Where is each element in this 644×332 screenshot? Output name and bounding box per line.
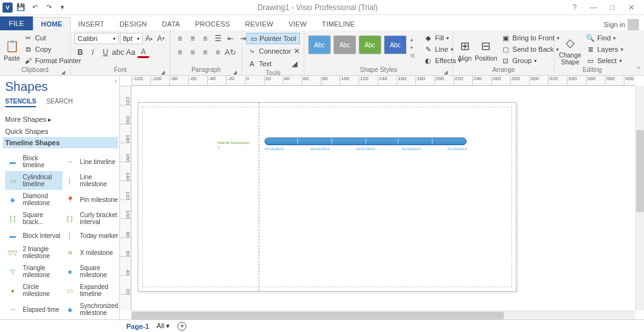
vertical-scrollbar[interactable] bbox=[635, 86, 644, 311]
align-left-icon[interactable]: ≡ bbox=[174, 47, 186, 58]
connector-tool-button[interactable]: ⤷Connector bbox=[246, 46, 292, 56]
sign-in-link[interactable]: Sign in bbox=[604, 21, 625, 28]
shape-item[interactable]: ▬Block interval bbox=[5, 228, 63, 243]
tab-design[interactable]: DESIGN bbox=[112, 18, 154, 30]
align-right-icon[interactable]: ≡ bbox=[200, 47, 211, 58]
cylindrical-timeline-shape[interactable] bbox=[265, 138, 467, 145]
shape-item[interactable]: 📍Pin milestone bbox=[63, 190, 120, 209]
bold-button[interactable]: B bbox=[75, 47, 86, 58]
styles-launcher[interactable]: ◢ bbox=[444, 69, 448, 75]
drawing-canvas[interactable]: 01/16/201301/16/201301/27/201301/16/2013… bbox=[131, 86, 635, 311]
align-top-icon[interactable]: ≡ bbox=[174, 33, 186, 44]
grow-font-icon[interactable]: A▴ bbox=[144, 33, 155, 44]
shape-item[interactable]: ▭Cylindrical timeline bbox=[5, 171, 63, 190]
tab-process[interactable]: PROCESS bbox=[188, 18, 237, 30]
shape-category[interactable]: Quick Shapes bbox=[5, 126, 116, 137]
change-shape-button[interactable]: ◇Change Shape bbox=[558, 32, 582, 66]
shape-item[interactable]: ▽▽2 triangle milestone bbox=[5, 243, 63, 262]
style-swatch-1[interactable]: Abc bbox=[333, 35, 356, 54]
shape-item[interactable]: ◆Synchronized milestone bbox=[63, 300, 120, 319]
shape-item[interactable]: ▽Triangle milestone bbox=[5, 262, 63, 281]
shape-item[interactable]: ▬Block timeline bbox=[5, 152, 63, 171]
collapse-ribbon-icon[interactable]: ⌃ bbox=[636, 66, 641, 74]
italic-button[interactable]: I bbox=[87, 47, 98, 58]
tools-launcher-icon[interactable]: ◢ bbox=[289, 58, 300, 69]
find-button[interactable]: 🔍Find▾ bbox=[585, 33, 624, 43]
minimize-icon[interactable]: — bbox=[586, 3, 601, 12]
page-tab[interactable]: Page-1 bbox=[126, 323, 149, 330]
paste-button[interactable]: 📋 Paste bbox=[4, 32, 20, 66]
shape-item[interactable]: ─Line timeline bbox=[63, 152, 120, 171]
font-color-button[interactable]: A bbox=[138, 47, 149, 58]
redo-icon[interactable]: ↷ bbox=[43, 2, 54, 13]
case-button[interactable]: Aa bbox=[125, 47, 136, 58]
shape-item[interactable]: ─Elapsed time bbox=[5, 300, 63, 319]
send-back-button[interactable]: ▢Send to Back▾ bbox=[500, 44, 561, 54]
shape-item[interactable]: { }Curly bracket interval bbox=[63, 209, 120, 228]
font-launcher[interactable]: ◢ bbox=[161, 69, 165, 75]
tab-data[interactable]: DATA bbox=[155, 18, 188, 30]
style-swatch-2[interactable]: Abc bbox=[359, 35, 381, 54]
shape-item[interactable]: ▭Expanded timeline bbox=[63, 281, 120, 300]
layers-button[interactable]: ≣Layers▾ bbox=[585, 44, 624, 54]
hscroll-thumb[interactable] bbox=[131, 312, 504, 319]
shape-item[interactable]: │Line milestone bbox=[63, 171, 120, 190]
shape-item[interactable]: ✕X milestone bbox=[63, 243, 120, 262]
shape-item[interactable]: │Today marker bbox=[63, 228, 120, 243]
stencils-tab[interactable]: STENCILS bbox=[5, 98, 36, 107]
search-tab[interactable]: SEARCH bbox=[46, 98, 73, 107]
align-mid-icon[interactable]: ≡ bbox=[187, 33, 198, 44]
shrink-font-icon[interactable]: A▾ bbox=[155, 33, 166, 44]
shape-item[interactable]: ■Square milestone bbox=[63, 262, 120, 281]
shape-item[interactable]: ◆Diamond milestone bbox=[5, 190, 63, 209]
add-page-button[interactable]: + bbox=[177, 322, 186, 331]
pointer-tool-button[interactable]: ▭Pointer Tool bbox=[246, 33, 300, 44]
indent-dec-icon[interactable]: ⇤ bbox=[225, 33, 236, 44]
shape-item[interactable]: ●Circle milestone bbox=[5, 281, 63, 300]
save-icon[interactable]: 💾 bbox=[15, 2, 27, 13]
horizontal-scrollbar[interactable] bbox=[131, 311, 635, 319]
align-center-icon[interactable]: ≡ bbox=[187, 47, 198, 58]
text-tool-button[interactable]: AText bbox=[246, 59, 273, 69]
shape-item[interactable]: ↯Dynamic Connector bbox=[63, 319, 120, 319]
tab-timeline[interactable]: TIMELINE bbox=[314, 18, 362, 30]
style-swatch-3[interactable]: Abc bbox=[384, 35, 407, 54]
style-swatch-0[interactable]: Abc bbox=[308, 35, 331, 54]
position-button[interactable]: ⊟Position bbox=[475, 32, 498, 66]
avatar[interactable] bbox=[628, 19, 639, 30]
tab-review[interactable]: REVIEW bbox=[237, 18, 281, 30]
font-family-select[interactable]: Calibri▾ bbox=[75, 33, 119, 44]
x-tool-icon[interactable]: ✕ bbox=[294, 45, 300, 57]
qat-dropdown[interactable]: ▾ bbox=[57, 2, 68, 13]
shape-item[interactable]: [ ]Square brack... bbox=[5, 209, 63, 228]
justify-icon[interactable]: ≡ bbox=[212, 47, 224, 58]
font-size-select[interactable]: 8pt▾ bbox=[120, 33, 143, 44]
align-button[interactable]: ⊞Align bbox=[457, 32, 472, 66]
bullets-icon[interactable]: ☰ bbox=[212, 33, 224, 44]
select-button[interactable]: ▭Select▾ bbox=[585, 56, 624, 66]
style-gallery-nav[interactable]: ⊟ bbox=[410, 53, 415, 59]
shape-item[interactable]: ─Synchronized interval bbox=[5, 319, 63, 319]
maximize-icon[interactable]: □ bbox=[605, 3, 620, 12]
align-bot-icon[interactable]: ≡ bbox=[200, 33, 211, 44]
clipboard-launcher[interactable]: ◢ bbox=[61, 69, 65, 75]
close-icon[interactable]: ✕ bbox=[624, 3, 639, 12]
underline-button[interactable]: U bbox=[100, 47, 111, 58]
rotate-text-icon[interactable]: A↻ bbox=[225, 47, 236, 58]
help-icon[interactable]: ? bbox=[567, 3, 582, 12]
undo-icon[interactable]: ↶ bbox=[29, 2, 40, 13]
style-gallery-nav[interactable]: ▴ bbox=[410, 37, 415, 42]
tab-insert[interactable]: INSERT bbox=[71, 18, 112, 30]
all-pages-button[interactable]: All ▾ bbox=[157, 322, 170, 330]
style-gallery-nav[interactable]: ▾ bbox=[410, 45, 415, 50]
collapse-panel-icon[interactable]: ‹ bbox=[115, 77, 120, 85]
vscroll-thumb[interactable] bbox=[636, 130, 644, 212]
strike-button[interactable]: abc bbox=[112, 47, 124, 58]
bring-front-button[interactable]: ▣Bring to Front▾ bbox=[500, 33, 561, 43]
vertical-guide[interactable] bbox=[258, 103, 259, 291]
paragraph-launcher[interactable]: ◢ bbox=[233, 69, 237, 75]
tab-file[interactable]: FILE bbox=[0, 16, 33, 30]
tab-home[interactable]: HOME bbox=[33, 17, 71, 30]
page[interactable]: 01/16/201301/16/201301/27/201301/16/2013… bbox=[138, 102, 516, 292]
group-button[interactable]: ⊡Group▾ bbox=[500, 56, 561, 66]
